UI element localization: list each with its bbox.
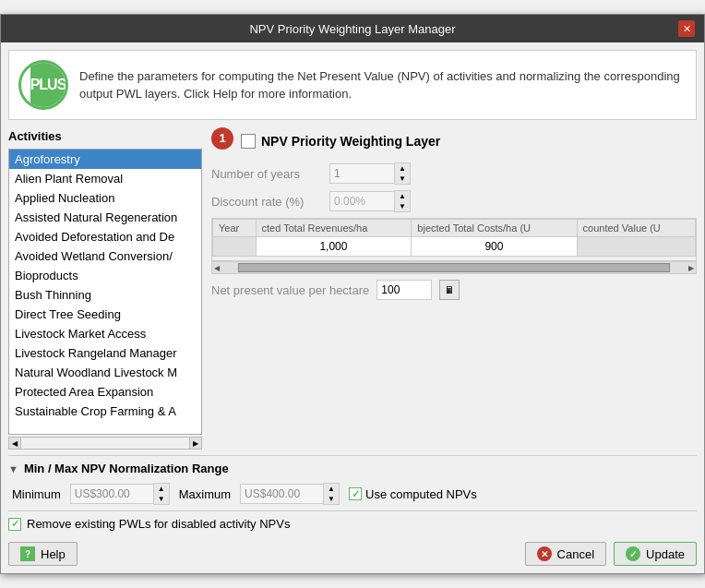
minimum-input[interactable] <box>70 484 153 504</box>
activity-item-bioproducts[interactable]: Bioproducts <box>9 266 201 285</box>
use-computed-wrap: Use computed NPVs <box>349 487 477 501</box>
list-hscroll-track[interactable] <box>21 437 189 450</box>
min-spin-up[interactable]: ▲ <box>154 484 169 494</box>
years-spin: ▲ ▼ <box>394 162 411 185</box>
list-hscroll-area: ◀ ▶ <box>8 437 202 450</box>
cell-discounted[interactable] <box>577 237 695 257</box>
table-scroll-right[interactable]: ▶ <box>688 264 694 272</box>
right-panel: 1 NPV Priority Weighting Layer Number of… <box>202 127 697 450</box>
cell-revenues[interactable]: 1,000 <box>256 237 412 257</box>
activity-item-livestock-market[interactable]: Livestock Market Access <box>9 324 201 343</box>
use-computed-checkbox[interactable] <box>349 487 362 500</box>
npv-enable-checkbox[interactable] <box>241 134 256 149</box>
footer-right: ✕ Cancel ✓ Update <box>525 542 697 566</box>
header-section: PLUS Define the parameters for computing… <box>8 50 697 120</box>
normalization-header: ▼ Min / Max NPV Normalization Range <box>8 462 697 475</box>
divider-1 <box>8 455 697 456</box>
main-window: NPV Priority Weighting Layer Manager ✕ P… <box>0 14 705 574</box>
remove-pwl-checkbox[interactable] <box>8 518 21 531</box>
remove-pwl-label: Remove existing PWLs for disabled activi… <box>27 517 290 531</box>
years-input[interactable] <box>329 163 394 184</box>
window-title: NPV Priority Weighting Layer Manager <box>27 22 678 36</box>
activity-item-avoided-wetland[interactable]: Avoided Wetland Conversion/ <box>9 246 201 266</box>
normalization-title: Min / Max NPV Normalization Range <box>24 462 229 475</box>
activity-item-alien-plant[interactable]: Alien Plant Removal <box>9 169 201 188</box>
plus-logo-text: PLUS <box>30 60 66 110</box>
activities-label: Activities <box>8 127 202 145</box>
discount-input-wrap: ▲ ▼ <box>329 190 411 212</box>
activity-item-avoided-defo[interactable]: Avoided Deforestation and De <box>9 227 201 246</box>
cancel-icon: ✕ <box>537 546 552 561</box>
discount-spin-up[interactable]: ▲ <box>395 191 410 201</box>
scroll-left-arrow[interactable]: ◀ <box>8 437 21 450</box>
activity-item-assisted[interactable]: Assisted Natural Regeneration <box>9 208 201 227</box>
min-spin-down[interactable]: ▼ <box>154 494 169 504</box>
col-year: Year <box>213 220 257 237</box>
help-label: Help <box>41 547 66 561</box>
minimum-spin: ▲ ▼ <box>153 483 170 505</box>
discount-label: Discount rate (%) <box>211 195 322 209</box>
npv-header: 1 NPV Priority Weighting Layer <box>211 127 697 155</box>
npv-value-row: Net present value per hectare 🖩 <box>211 280 697 300</box>
calculator-icon: 🖩 <box>445 285 454 295</box>
activity-item-sustainable-crop[interactable]: Sustainable Crop Farming & A <box>9 402 201 421</box>
activity-item-natural-woodland[interactable]: Natural Woodland Livestock M <box>9 363 201 382</box>
discount-spin: ▲ ▼ <box>394 190 411 212</box>
discount-row: Discount rate (%) ▲ ▼ <box>211 190 697 212</box>
minimum-input-wrap: ▲ ▼ <box>70 483 170 505</box>
discount-input[interactable] <box>329 191 394 211</box>
col-discounted: counted Value (U <box>577 220 695 237</box>
scroll-right-arrow[interactable]: ▶ <box>189 437 202 450</box>
cancel-label: Cancel <box>557 547 594 561</box>
step-badge: 1 <box>211 127 233 150</box>
update-button[interactable]: ✓ Update <box>614 542 697 566</box>
normalization-section: ▼ Min / Max NPV Normalization Range Mini… <box>8 462 697 505</box>
activity-item-applied-nuc[interactable]: Applied Nucleation <box>9 188 201 208</box>
update-label: Update <box>646 547 685 561</box>
calc-button[interactable]: 🖩 <box>439 280 460 300</box>
section-collapse-arrow[interactable]: ▼ <box>8 463 18 474</box>
activity-item-direct-tree[interactable]: Direct Tree Seeding <box>9 305 201 324</box>
left-panel: Activities Agroforestry Alien Plant Remo… <box>8 127 202 450</box>
help-icon: ? <box>20 546 35 561</box>
col-revenues: cted Total Revenues/ha <box>256 220 412 237</box>
years-spin-up[interactable]: ▲ <box>395 163 410 174</box>
footer: ? Help ✕ Cancel ✓ Update <box>1 536 704 573</box>
help-button[interactable]: ? Help <box>8 542 78 566</box>
activity-item-livestock-rangeland[interactable]: Livestock Rangeland Manager <box>9 343 201 363</box>
data-table-container: Year cted Total Revenues/ha bjected Tota… <box>211 218 697 261</box>
activities-list[interactable]: Agroforestry Alien Plant Removal Applied… <box>8 149 202 435</box>
update-icon: ✓ <box>626 546 640 561</box>
minimum-label: Minimum <box>12 487 61 501</box>
npv-per-hectare-label: Net present value per hectare <box>211 283 369 297</box>
activity-item-protected-area[interactable]: Protected Area Expansion <box>9 382 201 402</box>
title-bar: NPV Priority Weighting Layer Manager ✕ <box>1 15 704 42</box>
cell-year[interactable] <box>213 237 257 257</box>
norm-row: Minimum ▲ ▼ Maximum ▲ ▼ Use computed NPV… <box>8 483 697 505</box>
years-label: Number of years <box>211 167 322 181</box>
cell-costs[interactable]: 900 <box>412 237 577 257</box>
header-description: Define the parameters for computing the … <box>79 67 687 103</box>
table-hscroll[interactable]: ◀ ▶ <box>211 261 697 274</box>
years-row: Number of years ▲ ▼ <box>211 162 697 185</box>
use-computed-label: Use computed NPVs <box>365 487 477 501</box>
table-scroll-thumb[interactable] <box>238 263 670 272</box>
max-spin-up[interactable]: ▲ <box>324 484 339 494</box>
npv-section-title: NPV Priority Weighting Layer <box>261 134 440 149</box>
years-spin-down[interactable]: ▼ <box>395 174 410 184</box>
cancel-button[interactable]: ✕ Cancel <box>525 542 606 566</box>
discount-spin-down[interactable]: ▼ <box>395 201 410 211</box>
activity-item-bush-thinning[interactable]: Bush Thinning <box>9 285 201 305</box>
maximum-input[interactable] <box>240 484 323 504</box>
max-spin-down[interactable]: ▼ <box>324 494 339 504</box>
npv-per-hectare-input[interactable] <box>376 280 432 300</box>
divider-2 <box>8 510 697 511</box>
maximum-spin: ▲ ▼ <box>323 483 340 505</box>
table-scroll-left[interactable]: ◀ <box>214 264 220 272</box>
activity-item-agroforestry[interactable]: Agroforestry <box>9 150 201 169</box>
plus-logo: PLUS <box>18 60 68 110</box>
close-button[interactable]: ✕ <box>678 20 695 37</box>
table-row: 1,000 900 <box>213 237 696 257</box>
maximum-label: Maximum <box>179 487 231 501</box>
years-input-wrap: ▲ ▼ <box>329 162 411 185</box>
